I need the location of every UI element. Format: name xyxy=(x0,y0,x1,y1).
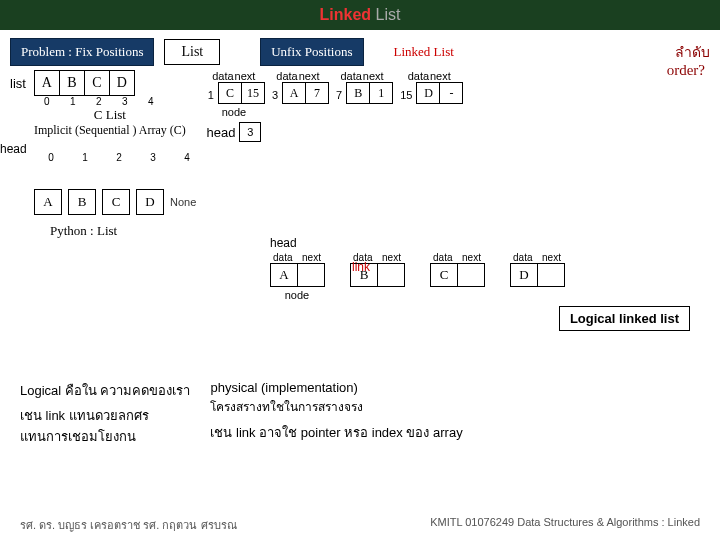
node-next: 7 xyxy=(305,82,329,104)
list-button[interactable]: List xyxy=(164,39,220,65)
logical-linked-badge: Logical linked list xyxy=(559,306,690,331)
py-idx: 3 xyxy=(136,152,170,163)
node-ptr: 15 xyxy=(396,86,416,101)
logical-linked-list: head data next A node data next B data n… xyxy=(270,236,590,301)
node-next: 1 xyxy=(369,82,393,104)
head-box: 3 xyxy=(239,122,261,142)
next-label: next xyxy=(429,70,451,82)
lnode-next xyxy=(377,263,405,287)
node-data: B xyxy=(346,82,370,104)
py-cell: A xyxy=(34,189,62,215)
lnode-data: D xyxy=(510,263,538,287)
next-label: next xyxy=(542,252,561,263)
node-data: C xyxy=(218,82,242,104)
py-cell: C xyxy=(102,189,130,215)
arr-idx: 4 xyxy=(138,96,164,107)
next-label: next xyxy=(298,70,320,82)
row-array-nodes: list A B C D 0 1 2 3 4 C List Implicit (… xyxy=(0,70,720,142)
logical-word: Logical xyxy=(20,383,61,398)
next-label: next xyxy=(462,252,481,263)
lnode-next xyxy=(297,263,325,287)
footer-left: รศ. ดร. บญธร เครอตราช รศ. กฤตวน ศรบรณ xyxy=(20,516,237,534)
node-caption: node xyxy=(285,289,309,301)
py-idx: 2 xyxy=(102,152,136,163)
head-label: head xyxy=(206,125,235,140)
arr-cell: A xyxy=(34,70,60,96)
linked-list-label: Linked List xyxy=(394,44,454,60)
arr-cell: D xyxy=(109,70,135,96)
problem-button[interactable]: Problem : Fix Positions xyxy=(10,38,154,66)
node-ptr: 1 xyxy=(204,86,218,101)
node-caption: node xyxy=(222,106,246,118)
lnode-data: A xyxy=(270,263,298,287)
next-label: next xyxy=(302,252,321,263)
node-next: - xyxy=(439,82,463,104)
page-title: Linked List xyxy=(0,0,720,30)
py-cell: D xyxy=(136,189,164,215)
data-label: data xyxy=(212,70,234,82)
data-label: data xyxy=(407,70,429,82)
py-idx: 1 xyxy=(68,152,102,163)
list-label: list xyxy=(10,70,26,91)
py-idx: 0 xyxy=(34,152,68,163)
logical-ex2: แทนการเชอมโยงกน xyxy=(20,426,190,447)
bottom-text: Logical คือใน ความคดของเรา เชน link แทนด… xyxy=(0,380,720,447)
lnode-next xyxy=(537,263,565,287)
lnode-next xyxy=(457,263,485,287)
thai-order-label: ลำดับ xyxy=(675,41,710,63)
arr-idx: 1 xyxy=(60,96,86,107)
next-label: next xyxy=(234,70,256,82)
none-label: None xyxy=(170,196,196,208)
c-list-caption: C List xyxy=(34,107,186,123)
logical-ex1: เชน link แทนดวยลกศร xyxy=(20,405,190,426)
node-data: D xyxy=(416,82,440,104)
node-data: A xyxy=(282,82,306,104)
arr-cell: B xyxy=(59,70,85,96)
node-ptr: 7 xyxy=(332,86,346,101)
node-group: datanext 1 C15 node head3 datanext 3 A7 … xyxy=(204,70,463,142)
row-controls: Problem : Fix Positions List Unfix Posit… xyxy=(0,30,720,70)
unfix-button[interactable]: Unfix Positions xyxy=(260,38,363,66)
py-idx: 4 xyxy=(170,152,204,163)
next-label: next xyxy=(362,70,384,82)
c-list-sub: Implicit (Sequential ) Array (C) xyxy=(34,123,186,138)
head2-label: head xyxy=(270,236,590,250)
data-label: data xyxy=(340,70,362,82)
arr-cell: C xyxy=(84,70,110,96)
title-list: List xyxy=(376,6,401,23)
node-next: 15 xyxy=(241,82,265,104)
logical-desc: คือใน ความคดของเรา xyxy=(61,383,190,398)
arr-idx: 3 xyxy=(112,96,138,107)
title-linked: Linked xyxy=(320,6,372,23)
footer: รศ. ดร. บญธร เครอตราช รศ. กฤตวน ศรบรณ KM… xyxy=(0,516,720,534)
head-arrow-label: head xyxy=(0,142,27,156)
physical-ex: เชน link อาจใช pointer หรอ index ของ arr… xyxy=(210,422,462,443)
data-label: data xyxy=(276,70,298,82)
next-label: next xyxy=(382,252,401,263)
data-label: data xyxy=(513,252,532,263)
node-ptr: 3 xyxy=(268,86,282,101)
arr-idx: 2 xyxy=(86,96,112,107)
c-array-block: A B C D 0 1 2 3 4 C List Implicit (Seque… xyxy=(34,70,186,138)
footer-right: KMITL 01076249 Data Structures & Algorit… xyxy=(430,516,700,534)
data-label: data xyxy=(433,252,452,263)
arr-idx: 0 xyxy=(34,96,60,107)
physical-title: physical (implementation) xyxy=(210,380,462,395)
lnode-data: C xyxy=(430,263,458,287)
physical-sub: โครงสรางทใชในการสรางจรง xyxy=(210,397,462,416)
link-label: link xyxy=(352,260,370,274)
order-label: order? xyxy=(667,62,705,79)
py-cell: B xyxy=(68,189,96,215)
data-label: data xyxy=(273,252,292,263)
